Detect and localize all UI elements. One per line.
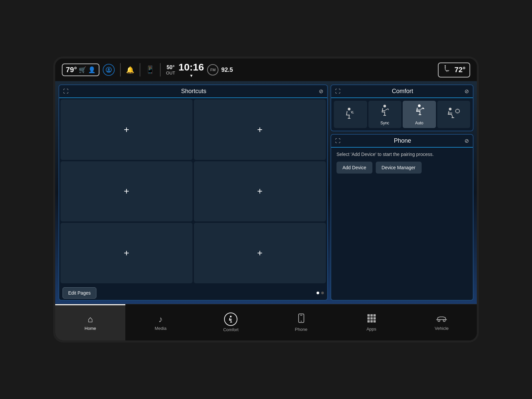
radio-info[interactable]: FM 92.5: [207, 64, 233, 75]
nav-home[interactable]: ⌂ Home: [55, 304, 125, 340]
divider: [120, 63, 121, 76]
phone-header: ⛶ Phone ⊘: [331, 135, 473, 148]
svg-point-2: [445, 65, 446, 66]
page-dots: [317, 292, 324, 294]
add-shortcut-icon-4: +: [257, 186, 262, 197]
radio-frequency: 92.5: [221, 66, 233, 73]
phone-title: Phone: [343, 137, 462, 144]
shortcut-cell-3[interactable]: +: [61, 161, 193, 222]
outside-temp: 50° OUT: [166, 64, 175, 76]
page-dot-2: [321, 292, 324, 294]
nav-vehicle[interactable]: Vehicle: [407, 304, 477, 340]
bottom-nav: ⌂ Home ♪ Media Comfort: [55, 304, 477, 340]
comfort-title: Comfort: [343, 88, 462, 95]
svg-rect-12: [367, 314, 370, 317]
edit-pages-area: Edit Pages: [59, 285, 327, 300]
add-device-button[interactable]: Add Device: [336, 162, 372, 174]
shortcuts-edit-icon[interactable]: ⊘: [319, 88, 323, 94]
divider3: [160, 63, 161, 76]
shortcut-cell-4[interactable]: +: [194, 161, 326, 222]
svg-point-1: [108, 68, 110, 70]
media-icon: ♪: [158, 314, 163, 325]
shortcuts-grid: + + + + + +: [59, 98, 327, 285]
phone-expand-icon[interactable]: ⛶: [335, 138, 340, 144]
status-bar: 79° 🛒 👤 🔔 📱 50° OUT 10:16 ▾ FM: [55, 59, 477, 81]
clock-display: 10:16: [179, 62, 204, 73]
apps-icon: [367, 314, 376, 325]
svg-point-6: [449, 108, 452, 110]
phone-nav-icon: [297, 313, 306, 326]
comfort-panel: ⛶ Comfort ⊘: [331, 84, 473, 131]
nav-media[interactable]: ♪ Media: [125, 304, 196, 340]
page-dot-1: [317, 292, 319, 294]
svg-point-3: [348, 108, 350, 110]
phone-status-icon: 📱: [146, 66, 155, 74]
device-manager-button[interactable]: Device Manager: [376, 162, 422, 174]
svg-rect-19: [370, 320, 373, 323]
seat-temp-box: 72°: [438, 63, 470, 77]
seat-btn-1[interactable]: [334, 101, 367, 128]
svg-rect-16: [370, 317, 373, 320]
add-shortcut-icon-3: +: [124, 186, 129, 197]
comfort-edit-icon[interactable]: ⊘: [465, 88, 469, 94]
comfort-expand-icon[interactable]: ⛶: [335, 88, 340, 94]
add-shortcut-icon-6: +: [257, 248, 262, 258]
clock-dropdown[interactable]: ▾: [190, 73, 193, 78]
vehicle-label: Vehicle: [435, 326, 449, 331]
shortcut-cell-5[interactable]: +: [61, 223, 193, 283]
vehicle-icon: [436, 314, 447, 325]
shortcut-cell-1[interactable]: +: [61, 99, 193, 160]
fm-badge: FM: [207, 64, 218, 75]
comfort-seats: Sync Auto: [331, 98, 473, 131]
svg-rect-13: [370, 314, 373, 317]
svg-rect-20: [373, 320, 376, 323]
nav-comfort[interactable]: Comfort: [196, 304, 266, 340]
temperature-box: 79° 🛒 👤: [62, 64, 99, 76]
svg-rect-14: [373, 314, 376, 317]
shortcut-cell-2[interactable]: +: [194, 99, 326, 160]
svg-rect-18: [367, 320, 370, 323]
phone-edit-icon[interactable]: ⊘: [465, 138, 469, 144]
seat-btn-4[interactable]: [437, 101, 470, 128]
shortcut-cell-6[interactable]: +: [194, 223, 326, 283]
svg-point-21: [438, 320, 440, 322]
phone-panel: ⛶ Phone ⊘ Select 'Add Device' to start t…: [331, 134, 473, 301]
svg-point-22: [443, 320, 445, 322]
nav-apps[interactable]: Apps: [336, 304, 406, 340]
clock-area: 10:16 ▾: [179, 62, 204, 78]
notifications-icon[interactable]: 🔔: [126, 66, 134, 74]
seat-heated-icon: [443, 65, 452, 75]
edit-pages-button[interactable]: Edit Pages: [63, 287, 96, 299]
shortcuts-header: ⛶ Shortcuts ⊘: [59, 85, 327, 98]
svg-point-11: [301, 321, 302, 322]
seat-btn-2[interactable]: Sync: [368, 101, 402, 128]
home-icon: ⌂: [88, 314, 93, 325]
shortcuts-panel: ⛶ Shortcuts ⊘ + + + + +: [59, 84, 328, 301]
divider2: [140, 63, 140, 76]
seat-btn-3[interactable]: Auto: [403, 101, 436, 128]
add-shortcut-icon-2: +: [257, 124, 262, 135]
main-content: ⛶ Shortcuts ⊘ + + + + +: [55, 81, 477, 304]
phone-body: Select 'Add Device' to start the pairing…: [331, 148, 473, 178]
svg-point-8: [230, 316, 232, 318]
phone-pairing-message: Select 'Add Device' to start the pairing…: [336, 152, 434, 157]
svg-rect-17: [373, 317, 376, 320]
seat-auto-label: Auto: [415, 121, 423, 125]
svg-point-4: [383, 105, 386, 107]
right-panels: ⛶ Comfort ⊘: [331, 84, 473, 301]
nav-phone[interactable]: Phone: [266, 304, 336, 340]
apps-label: Apps: [366, 327, 376, 332]
shortcuts-title: Shortcuts: [71, 88, 316, 95]
shortcuts-expand-icon[interactable]: ⛶: [63, 88, 68, 94]
screen-bezel: 79° 🛒 👤 🔔 📱 50° OUT 10:16 ▾ FM: [53, 57, 479, 342]
add-shortcut-icon-5: +: [124, 248, 129, 258]
add-shortcut-icon-1: +: [124, 124, 129, 135]
svg-point-5: [418, 104, 421, 107]
seat-sync-label: Sync: [380, 121, 389, 125]
interior-temp: 79°: [66, 66, 77, 74]
profile-button[interactable]: [103, 64, 115, 76]
phone-nav-label: Phone: [295, 327, 308, 332]
phone-buttons: Add Device Device Manager: [336, 162, 422, 174]
comfort-header: ⛶ Comfort ⊘: [331, 85, 473, 98]
avatar-icon: 👤: [88, 66, 95, 73]
